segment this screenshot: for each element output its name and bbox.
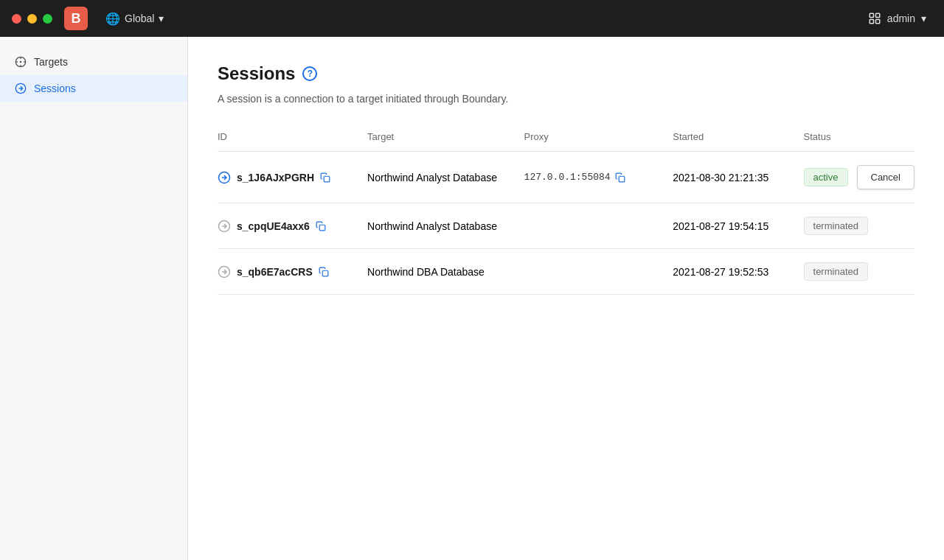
sidebar-item-sessions[interactable]: Sessions [0,75,187,102]
session-id-link[interactable]: s_1J6AJxPGRH [237,172,314,183]
session-status-cell: terminated [804,249,914,295]
session-status-icon [218,171,231,184]
admin-menu[interactable]: admin ▾ [862,9,932,28]
svg-rect-18 [319,225,325,231]
status-badge: terminated [804,217,868,235]
admin-label: admin [887,13,915,24]
session-status-icon [218,220,231,233]
sidebar-sessions-label: Sessions [34,83,76,94]
svg-rect-2 [870,20,873,24]
sidebar: Targets Sessions [0,37,188,560]
sessions-table: ID Target Proxy Started Status s_1J6AJxP… [218,125,914,295]
close-button[interactable] [12,14,21,24]
proxy-address: 127.0.0.1:55084 [524,172,611,183]
session-proxy [524,203,673,249]
col-header-target: Target [367,125,524,152]
copy-id-icon[interactable] [319,267,329,277]
session-status-cell: activeCancel [804,152,914,203]
session-status-icon [218,265,231,279]
global-selector[interactable]: 🌐 Global ▾ [100,9,170,29]
session-proxy [524,249,673,295]
global-chevron-icon: ▾ [159,13,164,24]
session-started: 2021-08-27 19:52:53 [673,249,803,295]
cancel-button[interactable]: Cancel [857,165,914,189]
sessions-nav-icon [15,83,27,94]
page-header: Sessions ? [218,63,914,84]
table-row: s_qb6E7acCRS Northwind DBA Database2021-… [218,249,914,295]
session-id-link[interactable]: s_qb6E7acCRS [237,266,313,278]
minimize-button[interactable] [27,14,37,24]
page-description: A session is a connection to a target in… [218,93,914,105]
page-title: Sessions [218,63,295,84]
main-content: Sessions ? A session is a connection to … [188,37,944,560]
admin-chevron-icon: ▾ [921,13,926,24]
session-status-cell: terminated [804,203,914,249]
session-target: Northwind Analyst Database [367,203,524,249]
svg-rect-14 [324,176,330,182]
col-header-proxy: Proxy [524,125,673,152]
svg-rect-0 [870,13,873,17]
table-header-row: ID Target Proxy Started Status [218,125,914,152]
svg-rect-21 [322,270,328,276]
session-proxy: 127.0.0.1:55084 [524,152,673,203]
main-layout: Targets Sessions Sessions ? A session is… [0,37,944,560]
session-id-cell: s_1J6AJxPGRH [218,171,367,184]
status-action-cell: terminated [804,217,914,235]
maximize-button[interactable] [43,14,52,24]
session-id-cell: s_cpqUE4axx6 [218,220,367,233]
copy-proxy-icon[interactable] [615,172,625,183]
svg-point-5 [20,61,21,62]
col-header-started: Started [673,125,803,152]
session-started: 2021-08-30 21:21:35 [673,152,803,203]
window-controls [12,14,52,24]
status-badge: terminated [804,262,868,281]
status-action-cell: activeCancel [804,165,914,189]
sidebar-targets-label: Targets [34,56,68,68]
copy-id-icon[interactable] [316,221,326,231]
col-header-status: Status [804,125,914,152]
svg-rect-1 [875,13,879,17]
svg-rect-3 [875,20,879,24]
titlebar: B 🌐 Global ▾ admin ▾ [0,0,944,37]
table-row: s_1J6AJxPGRH Northwind Analyst Database … [218,152,914,203]
session-started: 2021-08-27 19:54:15 [673,203,803,249]
col-header-id: ID [218,125,367,152]
target-icon [15,56,27,68]
user-icon [868,12,881,25]
session-id-cell: s_qb6E7acCRS [218,265,367,279]
app-logo: B [64,7,88,30]
help-icon[interactable]: ? [302,66,317,81]
table-row: s_cpqUE4axx6 Northwind Analyst Database2… [218,203,914,249]
session-target: Northwind Analyst Database [367,152,524,203]
globe-icon: 🌐 [105,12,120,26]
copy-id-icon[interactable] [320,172,330,183]
sidebar-item-targets[interactable]: Targets [0,49,187,75]
global-label: Global [125,13,154,24]
proxy-cell: 127.0.0.1:55084 [524,172,673,183]
status-action-cell: terminated [804,262,914,281]
session-target: Northwind DBA Database [367,249,524,295]
status-badge: active [804,168,848,186]
svg-rect-15 [619,176,625,182]
session-id-link[interactable]: s_cpqUE4axx6 [237,220,310,232]
